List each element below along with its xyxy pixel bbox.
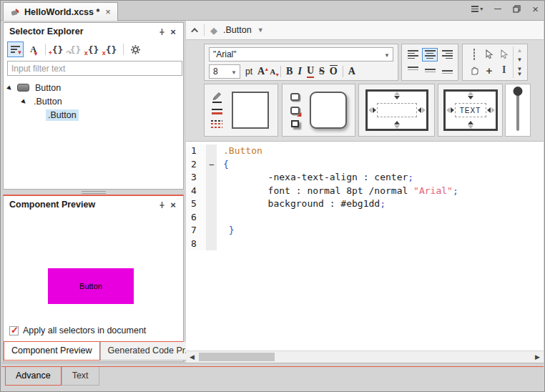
shadow-button[interactable] — [291, 120, 299, 127]
code-editor[interactable]: 1 .Button 2 − { 3 -nexa-text-align : cen… — [186, 141, 544, 351]
tree-expander-icon[interactable] — [8, 85, 14, 91]
preview-subtab[interactable]: Component Preview — [4, 342, 100, 361]
preview-button[interactable]: Button — [48, 268, 134, 304]
font-color-button[interactable]: A — [348, 66, 355, 77]
panel-close-icon[interactable]: × — [167, 26, 179, 37]
selector-dropdown-icon[interactable]: ▼ — [257, 26, 264, 34]
spin-down-icon[interactable]: ▼ — [517, 57, 523, 62]
fold-marker[interactable] — [206, 185, 217, 198]
strikethrough-button[interactable]: S — [319, 66, 325, 77]
fold-marker[interactable] — [206, 211, 217, 225]
xcss-file-icon — [10, 7, 20, 17]
spin-up-icon[interactable]: ▲ — [517, 48, 523, 53]
document-tab-close-icon[interactable]: × — [105, 6, 111, 17]
horizontal-scrollbar[interactable]: ◀ ▶ — [186, 351, 544, 363]
rounded-corner-button[interactable] — [290, 93, 300, 101]
menu-caret-icon: ▾ — [480, 6, 483, 12]
bold-button[interactable]: B — [286, 66, 293, 77]
sort-alpha-button[interactable]: A▼ — [25, 41, 41, 57]
collapse-toolbar-icon[interactable] — [191, 27, 198, 34]
minimize-icon[interactable] — [494, 9, 501, 10]
fold-marker[interactable] — [206, 144, 217, 158]
decrease-font-button[interactable]: A▼ — [270, 66, 275, 77]
tree-row[interactable]: Button — [4, 81, 183, 94]
tree-row[interactable]: .Button — [4, 94, 183, 108]
code-line: 8 — [186, 237, 544, 251]
font-toolbar-group: "Arial" ▼ 8 ▼ pt A▲ A▼ B I U S O A — [204, 44, 398, 81]
crosshair-plus-icon[interactable]: + — [486, 64, 493, 77]
align-left-button[interactable] — [405, 48, 421, 62]
padding-widget[interactable] — [365, 89, 428, 131]
mode-tab[interactable]: Advance — [5, 367, 62, 386]
scrollbar-thumb[interactable] — [199, 353, 275, 361]
fold-marker[interactable] — [206, 237, 217, 251]
edit-border-button[interactable] — [212, 92, 222, 103]
mode-tab[interactable]: Text — [62, 367, 99, 386]
tree-item-label: .Button — [46, 109, 79, 121]
dashed-lines-button[interactable] — [211, 120, 222, 128]
padding-inner-box — [377, 103, 417, 117]
valign-bottom-button[interactable] — [439, 64, 455, 77]
underline-button[interactable]: U — [307, 65, 314, 78]
preview-subtab[interactable]: Generated Code Pr... — [100, 342, 200, 361]
hand-tool-button[interactable] — [469, 65, 479, 75]
valign-middle-button[interactable] — [422, 64, 438, 77]
text-ibeam-icon[interactable]: I — [502, 64, 506, 76]
rounded-corner-edit-button[interactable]: ◢ — [290, 107, 300, 114]
component-preview-header: Component Preview × — [4, 196, 183, 213]
pin-icon[interactable] — [156, 199, 167, 210]
slider-track[interactable] — [516, 89, 519, 131]
align-right-button[interactable] — [439, 48, 455, 62]
insert-selector-button[interactable]: {}↷ — [67, 41, 84, 57]
text-padding-widget[interactable]: TEXT — [443, 89, 498, 131]
font-family-combobox[interactable]: "Arial" ▼ — [209, 47, 393, 62]
tree-item-label: Button — [33, 82, 63, 94]
font-size-combobox[interactable]: 8 ▼ — [209, 64, 240, 79]
delete-selector-button[interactable]: {}x — [85, 41, 102, 57]
line-number: 1 — [186, 144, 206, 158]
corner-preview-box[interactable] — [310, 92, 347, 129]
document-tab-title: HelloWorld.xcss * — [24, 7, 99, 17]
add-selector-button[interactable]: {}+ — [49, 41, 66, 57]
mode-tabs: AdvanceText — [1, 366, 544, 386]
apply-selectors-checkbox[interactable] — [9, 326, 19, 335]
window-menu-icon[interactable]: ▾ — [471, 6, 483, 12]
scroll-left-icon[interactable]: ◀ — [190, 353, 195, 361]
increase-font-button[interactable]: A▲ — [257, 66, 265, 77]
tree-row[interactable]: .Button — [4, 108, 183, 122]
settings-button[interactable] — [127, 41, 144, 57]
marquee-select-button[interactable] — [473, 49, 475, 59]
pointer-icon — [485, 49, 494, 59]
restore-icon[interactable] — [513, 5, 521, 13]
delete-all-selectors-icon: {}x — [106, 44, 117, 55]
panel-close-icon[interactable]: × — [167, 199, 179, 210]
pencil-icon — [212, 92, 222, 101]
code-text: } — [217, 224, 235, 237]
overline-button[interactable]: O — [330, 65, 338, 77]
fold-marker[interactable] — [206, 171, 217, 185]
solid-lines-button[interactable] — [212, 109, 222, 114]
pointer-alt-button[interactable] — [500, 49, 509, 59]
sort-order-button[interactable]: ▼ — [7, 41, 24, 57]
slider-knob[interactable] — [514, 87, 523, 96]
close-icon[interactable]: × — [532, 6, 539, 13]
italic-button[interactable]: I — [298, 66, 301, 77]
border-preview-box[interactable] — [232, 92, 269, 129]
valign-top-button[interactable] — [405, 64, 421, 77]
pointer-button[interactable] — [485, 49, 494, 59]
document-tab[interactable]: HelloWorld.xcss * × — [3, 2, 118, 21]
fold-marker[interactable] — [206, 224, 217, 237]
code-line: 2 − { — [186, 158, 544, 172]
spin-double-down-icon[interactable]: ▼▼ — [517, 67, 523, 77]
pin-icon[interactable] — [156, 26, 167, 37]
fold-marker[interactable]: − — [206, 158, 217, 172]
selector-tree[interactable]: Button .Button .Button — [4, 77, 183, 122]
bottom-tab-strip: AdvanceText — [1, 363, 544, 392]
scroll-right-icon[interactable]: ▶ — [535, 353, 540, 361]
panel-splitter[interactable] — [1, 190, 185, 195]
fold-marker[interactable] — [206, 197, 217, 211]
tree-expander-icon[interactable] — [22, 99, 28, 104]
align-center-button[interactable] — [422, 48, 438, 62]
delete-all-selectors-button[interactable]: {}x — [103, 41, 119, 57]
selector-filter-input[interactable] — [7, 61, 182, 76]
